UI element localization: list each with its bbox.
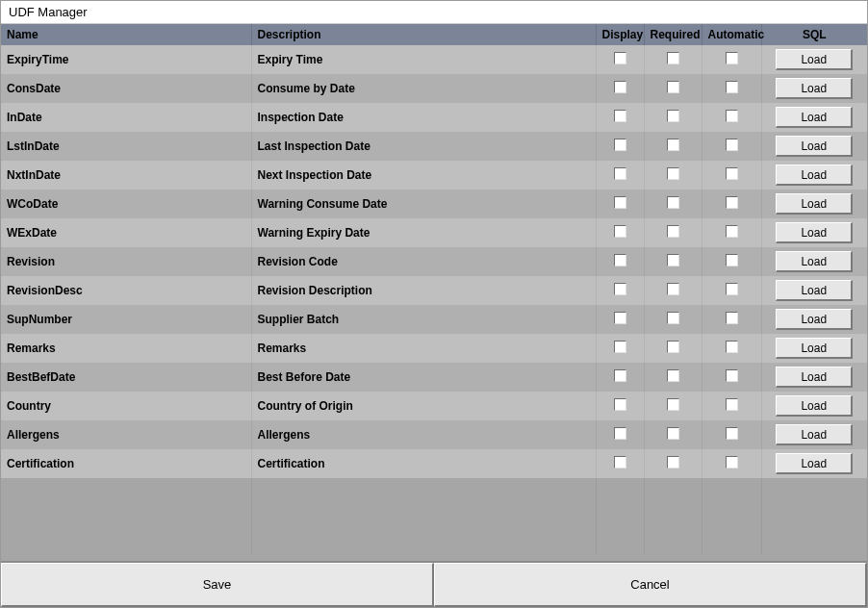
required-checkbox[interactable] <box>667 254 679 266</box>
display-checkbox[interactable] <box>614 456 626 469</box>
load-button[interactable]: Load <box>776 453 853 474</box>
cell-name[interactable]: Revision <box>1 247 251 276</box>
cell-name[interactable]: Country <box>1 392 251 420</box>
display-checkbox[interactable] <box>614 81 626 93</box>
required-checkbox[interactable] <box>667 427 679 440</box>
required-checkbox[interactable] <box>667 456 679 469</box>
cell-name[interactable]: ConsDate <box>1 74 251 103</box>
table-row[interactable]: ExpiryTimeExpiry TimeLoad <box>1 45 867 74</box>
col-header-sql[interactable]: SQL <box>761 24 867 45</box>
display-checkbox[interactable] <box>614 225 626 238</box>
cell-name[interactable]: InDate <box>1 103 251 132</box>
table-row[interactable]: RevisionDescRevision DescriptionLoad <box>1 276 867 305</box>
table-row[interactable]: WExDateWarning Expiry DateLoad <box>1 218 867 247</box>
cell-description[interactable]: Last Inspection Date <box>251 132 596 161</box>
automatic-checkbox[interactable] <box>726 254 738 266</box>
cell-description[interactable]: Warning Consume Date <box>251 190 596 218</box>
automatic-checkbox[interactable] <box>726 225 738 238</box>
table-row[interactable]: NxtInDateNext Inspection DateLoad <box>1 161 867 190</box>
required-checkbox[interactable] <box>667 196 679 209</box>
table-row[interactable]: BestBefDateBest Before DateLoad <box>1 363 867 392</box>
table-row[interactable]: SupNumberSupplier BatchLoad <box>1 305 867 334</box>
cell-name[interactable]: SupNumber <box>1 305 251 334</box>
table-row[interactable]: RemarksRemarksLoad <box>1 334 867 363</box>
cell-description[interactable]: Certification <box>251 449 596 478</box>
automatic-checkbox[interactable] <box>726 81 738 93</box>
cell-name[interactable]: ExpiryTime <box>1 45 251 74</box>
cell-description[interactable]: Revision Code <box>251 247 596 276</box>
required-checkbox[interactable] <box>667 110 679 122</box>
required-checkbox[interactable] <box>667 52 679 64</box>
load-button[interactable]: Load <box>776 338 853 359</box>
table-row[interactable]: InDateInspection DateLoad <box>1 103 867 132</box>
load-button[interactable]: Load <box>776 107 853 128</box>
table-row[interactable]: AllergensAllergensLoad <box>1 420 867 449</box>
cell-name[interactable]: Certification <box>1 449 251 478</box>
automatic-checkbox[interactable] <box>726 110 738 122</box>
cell-name[interactable]: LstInDate <box>1 132 251 161</box>
required-checkbox[interactable] <box>667 283 679 295</box>
display-checkbox[interactable] <box>614 427 626 440</box>
cell-description[interactable]: Consume by Date <box>251 74 596 103</box>
load-button[interactable]: Load <box>776 78 853 99</box>
display-checkbox[interactable] <box>614 254 626 266</box>
required-checkbox[interactable] <box>667 369 679 382</box>
required-checkbox[interactable] <box>667 312 679 324</box>
display-checkbox[interactable] <box>614 283 626 295</box>
load-button[interactable]: Load <box>776 280 853 301</box>
automatic-checkbox[interactable] <box>726 341 738 353</box>
display-checkbox[interactable] <box>614 341 626 353</box>
cell-description[interactable]: Allergens <box>251 420 596 449</box>
load-button[interactable]: Load <box>776 424 853 445</box>
cell-description[interactable]: Country of Origin <box>251 392 596 420</box>
cell-name[interactable]: WCoDate <box>1 190 251 218</box>
load-button[interactable]: Load <box>776 222 853 243</box>
table-row[interactable]: CountryCountry of OriginLoad <box>1 392 867 420</box>
load-button[interactable]: Load <box>776 367 853 388</box>
col-header-required[interactable]: Required <box>644 24 702 45</box>
display-checkbox[interactable] <box>614 312 626 324</box>
cell-description[interactable]: Supplier Batch <box>251 305 596 334</box>
display-checkbox[interactable] <box>614 167 626 180</box>
required-checkbox[interactable] <box>667 167 679 180</box>
table-row[interactable]: LstInDateLast Inspection DateLoad <box>1 132 867 161</box>
cell-name[interactable]: NxtInDate <box>1 161 251 190</box>
col-header-description[interactable]: Description <box>251 24 596 45</box>
table-row[interactable]: ConsDateConsume by DateLoad <box>1 74 867 103</box>
display-checkbox[interactable] <box>614 110 626 122</box>
cell-name[interactable]: WExDate <box>1 218 251 247</box>
automatic-checkbox[interactable] <box>726 52 738 64</box>
required-checkbox[interactable] <box>667 139 679 151</box>
cell-description[interactable]: Inspection Date <box>251 103 596 132</box>
table-row[interactable]: CertificationCertificationLoad <box>1 449 867 478</box>
cell-name[interactable]: Remarks <box>1 334 251 363</box>
cell-description[interactable]: Revision Description <box>251 276 596 305</box>
required-checkbox[interactable] <box>667 398 679 411</box>
cell-name[interactable]: BestBefDate <box>1 363 251 392</box>
load-button[interactable]: Load <box>776 136 853 157</box>
automatic-checkbox[interactable] <box>726 283 738 295</box>
display-checkbox[interactable] <box>614 369 626 382</box>
automatic-checkbox[interactable] <box>726 369 738 382</box>
required-checkbox[interactable] <box>667 225 679 238</box>
automatic-checkbox[interactable] <box>726 456 738 469</box>
display-checkbox[interactable] <box>614 196 626 209</box>
automatic-checkbox[interactable] <box>726 398 738 411</box>
save-button[interactable]: Save <box>1 563 434 607</box>
cancel-button[interactable]: Cancel <box>434 563 867 607</box>
automatic-checkbox[interactable] <box>726 167 738 180</box>
automatic-checkbox[interactable] <box>726 196 738 209</box>
cell-name[interactable]: RevisionDesc <box>1 276 251 305</box>
table-row[interactable]: WCoDateWarning Consume DateLoad <box>1 190 867 218</box>
load-button[interactable]: Load <box>776 193 853 215</box>
automatic-checkbox[interactable] <box>726 139 738 151</box>
load-button[interactable]: Load <box>776 251 853 272</box>
col-header-display[interactable]: Display <box>596 24 644 45</box>
display-checkbox[interactable] <box>614 398 626 411</box>
required-checkbox[interactable] <box>667 341 679 353</box>
cell-description[interactable]: Best Before Date <box>251 363 596 392</box>
cell-name[interactable]: Allergens <box>1 420 251 449</box>
cell-description[interactable]: Warning Expiry Date <box>251 218 596 247</box>
col-header-automatic[interactable]: Automatic <box>702 24 761 45</box>
cell-description[interactable]: Remarks <box>251 334 596 363</box>
